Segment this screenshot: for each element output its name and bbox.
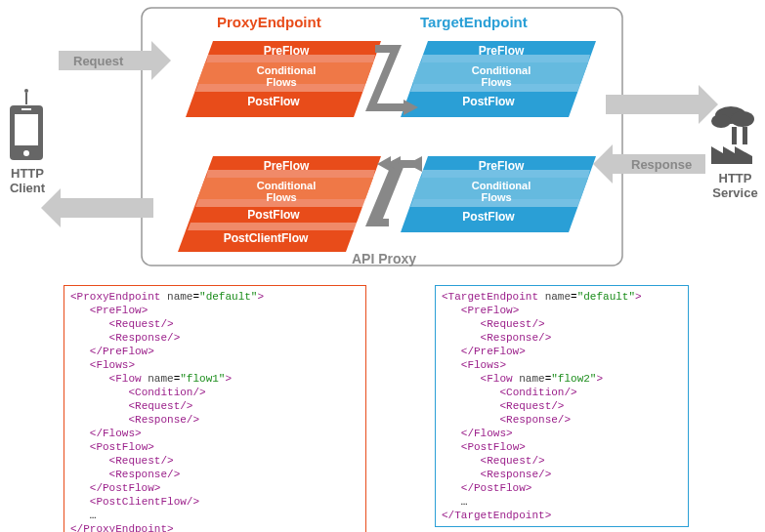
svg-point-16: [731, 111, 754, 127]
top-connector-arrow: [371, 49, 418, 115]
service-title: HTTP: [719, 171, 752, 185]
factory-icon: [711, 106, 754, 164]
svg-text:PreFlow: PreFlow: [479, 44, 525, 58]
svg-rect-18: [732, 127, 737, 144]
target-endpoint-code: <TargetEndpoint name="default"> <PreFlow…: [435, 285, 689, 527]
svg-text:Conditional: Conditional: [472, 64, 531, 76]
svg-text:PostFlow: PostFlow: [247, 208, 300, 222]
service-sub: Service: [712, 185, 757, 200]
svg-rect-3: [606, 95, 699, 114]
svg-text:PreFlow: PreFlow: [264, 159, 310, 173]
svg-text:Flows: Flows: [481, 191, 511, 203]
phone-icon: [10, 89, 43, 160]
client-sub: Client: [10, 181, 45, 195]
svg-rect-7: [61, 198, 153, 218]
response-arrow-out: [41, 188, 153, 227]
svg-text:Flows: Flows: [481, 76, 511, 88]
proxy-endpoint-title: ProxyEndpoint: [217, 14, 321, 30]
conditional-label-2: Flows: [266, 76, 296, 88]
preflow-label: PreFlow: [264, 44, 310, 58]
svg-text:Conditional: Conditional: [472, 180, 531, 191]
postclientflow-label: PostClientFlow: [224, 231, 309, 245]
svg-marker-6: [593, 144, 613, 184]
postflow-label: PostFlow: [247, 95, 300, 108]
request-label: Request: [73, 54, 123, 68]
svg-point-14: [24, 89, 28, 93]
svg-marker-45: [188, 223, 358, 230]
svg-text:Conditional: Conditional: [257, 180, 317, 191]
svg-rect-12: [21, 108, 31, 110]
client-title: HTTP: [11, 166, 44, 181]
svg-rect-19: [743, 127, 747, 144]
target-endpoint-title: TargetEndpoint: [420, 14, 528, 30]
proxy-endpoint-code: <ProxyEndpoint name="default"> <PreFlow>…: [64, 285, 366, 532]
diagram-svg: PreFlow Conditional Flows PostFlow PreFl…: [0, 0, 765, 283]
svg-point-17: [711, 114, 731, 128]
svg-text:PostFlow: PostFlow: [462, 210, 515, 224]
response-label: Response: [631, 157, 692, 172]
svg-text:Flows: Flows: [266, 191, 296, 203]
conditional-label-1: Conditional: [257, 64, 317, 76]
svg-text:PostFlow: PostFlow: [462, 95, 515, 108]
svg-text:PreFlow: PreFlow: [479, 159, 525, 173]
svg-rect-10: [15, 114, 38, 145]
api-proxy-label: API Proxy: [352, 251, 416, 266]
svg-marker-2: [151, 41, 171, 80]
svg-point-11: [23, 150, 29, 156]
